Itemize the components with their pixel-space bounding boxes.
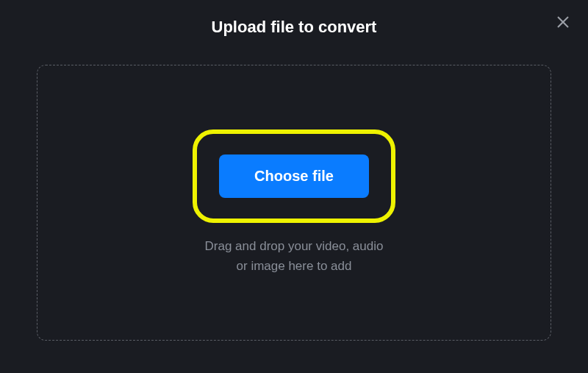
close-button[interactable] [553, 12, 573, 32]
close-icon [556, 15, 570, 29]
emphasis-highlight: Choose file [193, 129, 395, 223]
file-dropzone[interactable]: Choose file Drag and drop your video, au… [37, 65, 551, 341]
choose-file-button[interactable]: Choose file [219, 154, 369, 198]
hint-line-2: or image here to add [205, 256, 384, 276]
modal-title: Upload file to convert [0, 18, 588, 37]
dropzone-hint: Drag and drop your video, audio or image… [205, 236, 384, 276]
hint-line-1: Drag and drop your video, audio [205, 236, 384, 256]
